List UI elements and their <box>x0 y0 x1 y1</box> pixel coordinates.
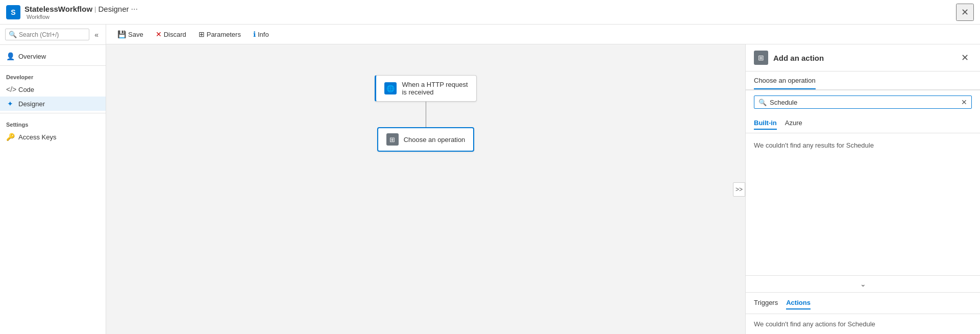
panel-close-button[interactable]: ✕ <box>958 51 972 64</box>
search-panel-clear-button[interactable]: ✕ <box>961 98 967 106</box>
overview-icon: 👤 <box>6 52 14 60</box>
access-keys-icon: 🔑 <box>6 133 14 141</box>
section-title-settings: Settings <box>0 115 106 130</box>
parameters-button[interactable]: ⊞ Parameters <box>193 28 246 41</box>
panel-header: ⊞ Add an action ✕ <box>746 44 980 71</box>
app-logo-icon: S <box>6 5 20 19</box>
action-label: Choose an operation <box>404 136 465 144</box>
workflow-label: Workflow <box>27 14 138 20</box>
sidebar-item-label-access-keys: Access Keys <box>18 133 56 141</box>
bottom-tab-actions[interactable]: Actions <box>786 297 811 309</box>
chevron-down-icon[interactable]: ⌄ <box>860 280 866 288</box>
panel-tabs: Choose an operation <box>746 71 980 90</box>
info-button[interactable]: ℹ Info <box>248 28 274 41</box>
discard-button[interactable]: ✕ Discard <box>151 28 191 41</box>
parameters-icon: ⊞ <box>199 30 205 38</box>
panel-body-actions: We couldn't find any actions for Schedul… <box>746 314 980 334</box>
sidebar-item-label-overview: Overview <box>18 53 46 60</box>
sidebar-item-access-keys[interactable]: 🔑 Access Keys <box>0 130 106 144</box>
sidebar-item-code[interactable]: </> Code <box>0 82 106 97</box>
trigger-node[interactable]: 🌐 When a HTTP request is received <box>375 75 476 102</box>
sidebar-collapse-button[interactable]: « <box>92 30 101 40</box>
sidebar-item-label-designer: Designer <box>18 100 45 108</box>
panel-header-icon: ⊞ <box>754 51 768 65</box>
app-logo: S StatelessWorkflow | Designer ··· Workf… <box>6 5 138 20</box>
panel-filter-tabs: Built-in Azure <box>746 114 980 133</box>
sidebar-item-overview[interactable]: 👤 Overview <box>0 49 106 63</box>
choose-op-label[interactable]: Choose an operation <box>754 71 816 89</box>
trigger-icon: 🌐 <box>384 82 397 94</box>
sidebar-item-designer[interactable]: ✦ Designer <box>0 97 106 111</box>
sidebar-divider-1 <box>0 65 106 66</box>
search-panel-input[interactable] <box>770 99 958 106</box>
code-icon: </> <box>6 85 14 93</box>
filter-tab-azure[interactable]: Azure <box>785 117 802 130</box>
canvas-area: 🌐 When a HTTP request is received ⊞ Choo… <box>106 44 745 334</box>
bottom-tab-triggers[interactable]: Triggers <box>754 297 778 309</box>
search-input[interactable] <box>19 31 86 38</box>
canvas-content: 🌐 When a HTTP request is received ⊞ Choo… <box>106 44 745 334</box>
save-icon: 💾 <box>117 30 126 38</box>
trigger-label: When a HTTP request is received <box>402 81 468 96</box>
search-box[interactable]: 🔍 <box>5 29 89 40</box>
right-panel-collapse-button[interactable]: >> <box>733 182 745 197</box>
search-panel-box[interactable]: 🔍 ✕ <box>754 96 972 109</box>
search-panel: 🔍 ✕ <box>746 90 980 114</box>
sidebar-divider-2 <box>0 113 106 113</box>
search-panel-icon: 🔍 <box>758 99 767 106</box>
action-icon: ⊞ <box>386 133 399 146</box>
panel-divider-row: ⌄ <box>746 275 980 292</box>
more-options-icon[interactable]: ··· <box>131 5 138 14</box>
sidebar: 🔍 « 👤 Overview Developer </> Code ✦ Desi… <box>0 25 106 334</box>
toolbar: 💾 Save ✕ Discard ⊞ Parameters ℹ Info <box>106 25 980 44</box>
panel-title: Add an action <box>773 54 824 62</box>
discard-icon: ✕ <box>156 30 162 38</box>
top-bar: S StatelessWorkflow | Designer ··· Workf… <box>0 0 980 25</box>
info-icon: ℹ <box>253 30 256 38</box>
app-subtitle: Designer <box>99 5 129 13</box>
no-results-actions: We couldn't find any actions for Schedul… <box>754 320 875 328</box>
sidebar-item-label-code: Code <box>18 86 34 93</box>
main-layout: 🔍 « 👤 Overview Developer </> Code ✦ Desi… <box>0 25 980 334</box>
sidebar-nav: 👤 Overview Developer </> Code ✦ Designer… <box>0 45 106 148</box>
action-node[interactable]: ⊞ Choose an operation <box>377 127 475 152</box>
section-title-developer: Developer <box>0 68 106 82</box>
app-divider: | <box>94 5 96 13</box>
panel-content-triggers: We couldn't find any results for Schedul… <box>746 133 980 275</box>
bottom-tabs: Triggers Actions <box>746 292 980 314</box>
right-panel: ⊞ Add an action ✕ Choose an operation 🔍 … <box>745 44 980 334</box>
window-close-button[interactable]: ✕ <box>956 4 974 21</box>
wf-connector <box>426 102 426 127</box>
panel-header-left: ⊞ Add an action <box>754 51 824 65</box>
save-button[interactable]: 💾 Save <box>112 28 149 41</box>
designer-icon: ✦ <box>6 100 14 108</box>
app-title: StatelessWorkflow <box>24 5 92 13</box>
sidebar-search-area: 🔍 « <box>0 25 106 45</box>
search-icon: 🔍 <box>9 31 17 38</box>
title-row: StatelessWorkflow | Designer ··· <box>24 5 138 14</box>
filter-tab-builtin[interactable]: Built-in <box>754 117 777 130</box>
no-results-triggers: We couldn't find any results for Schedul… <box>746 133 980 157</box>
title-group: StatelessWorkflow | Designer ··· Workflo… <box>24 5 138 20</box>
